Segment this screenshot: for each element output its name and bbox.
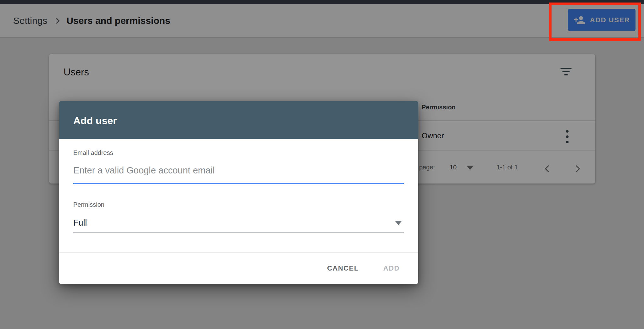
add-user-dialog: Add user Email address Permission Full C… — [59, 101, 418, 284]
permission-selected-value: Full — [73, 218, 87, 228]
permission-field-label: Permission — [73, 201, 104, 208]
email-input[interactable] — [73, 160, 404, 184]
annotation-highlight-box — [549, 3, 641, 41]
permission-select[interactable]: Full — [73, 214, 404, 233]
dropdown-caret-icon — [395, 221, 402, 225]
cancel-button[interactable]: CANCEL — [325, 261, 361, 276]
add-button[interactable]: ADD — [381, 261, 402, 276]
dialog-footer: CANCEL ADD — [59, 252, 418, 284]
email-field-label: Email address — [73, 149, 113, 156]
dialog-header: Add user — [59, 101, 418, 139]
screen: Settings Users and permissions ADD USER … — [0, 0, 644, 329]
dialog-title: Add user — [73, 115, 117, 127]
